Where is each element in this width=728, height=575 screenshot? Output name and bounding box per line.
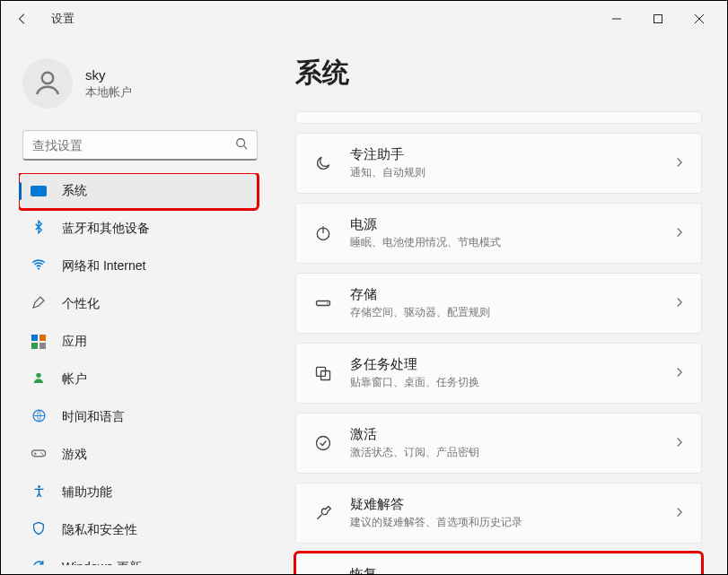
wifi-icon [31,257,47,276]
person-icon [31,370,46,388]
sidebar-item-gaming[interactable]: 游戏 [19,437,258,473]
sidebar-item-label: 帐户 [62,371,87,388]
sidebar-item-time[interactable]: 时间和语言 [19,399,258,435]
option-troubleshoot[interactable]: 疑难解答建议的疑难解答、首选项和历史记录 [295,483,702,544]
chevron-right-icon [674,225,685,241]
power-icon [312,222,334,244]
option-title: 存储 [350,286,658,303]
globe-icon [31,408,47,427]
search-box[interactable] [22,130,258,161]
sidebar-item-update[interactable]: Windows 更新 [19,550,258,565]
accessibility-icon [31,484,47,502]
sidebar-item-accessibility[interactable]: 辅助功能 [19,475,258,510]
page-title: 系统 [295,55,702,91]
card-spacer [295,111,702,124]
search-input[interactable] [32,138,235,152]
account-type: 本地帐户 [85,84,132,100]
minimize-button[interactable] [596,4,637,33]
svg-point-15 [38,485,40,488]
shield-icon [31,521,46,539]
recovery-icon [312,572,334,574]
option-subtitle: 激活状态、订阅、产品密钥 [350,445,658,460]
option-power[interactable]: 电源睡眠、电池使用情况、节电模式 [295,203,702,264]
bluetooth-icon [31,220,46,238]
option-subtitle: 通知、自动规则 [350,165,658,180]
sidebar-item-personalization[interactable]: 个性化 [19,286,258,322]
update-icon [31,559,47,566]
nav: 系统蓝牙和其他设备网络和 Internet个性化应用帐户时间和语言游戏辅助功能隐… [19,173,261,565]
option-subtitle: 存储空间、驱动器、配置规则 [350,305,658,320]
chevron-right-icon [674,295,685,311]
option-multitask[interactable]: 多任务处理贴靠窗口、桌面、任务切换 [295,343,702,404]
gamepad-icon [31,445,47,465]
svg-point-13 [40,452,42,454]
option-title: 电源 [350,216,658,233]
titlebar: 设置 [1,1,727,37]
svg-point-22 [317,437,330,450]
option-moon[interactable]: 专注助手通知、自动规则 [295,133,702,194]
option-title: 激活 [350,426,658,443]
chevron-right-icon [674,505,685,521]
svg-rect-8 [31,343,38,349]
svg-line-4 [244,145,248,149]
user-block[interactable]: sky 本地帐户 [19,51,261,126]
sidebar-item-bluetooth[interactable]: 蓝牙和其他设备 [19,211,258,247]
svg-rect-1 [654,15,662,23]
sidebar-item-label: 蓝牙和其他设备 [62,221,150,237]
brush-icon [31,295,46,313]
sidebar-item-system[interactable]: 系统 [19,173,258,209]
sidebar-item-accounts[interactable]: 帐户 [19,362,258,397]
sidebar-item-label: 应用 [62,334,87,350]
svg-point-2 [42,73,54,84]
option-activation[interactable]: 激活激活状态、订阅、产品密钥 [295,413,702,474]
option-subtitle: 建议的疑难解答、首选项和历史记录 [350,515,658,530]
option-title: 疑难解答 [350,496,658,513]
sidebar-item-label: 网络和 Internet [62,258,145,274]
svg-point-10 [36,373,40,378]
sidebar-item-label: 个性化 [62,296,100,312]
sidebar-item-network[interactable]: 网络和 Internet [19,248,258,284]
sidebar-item-label: 辅助功能 [62,484,112,501]
svg-point-19 [327,302,329,304]
svg-rect-6 [31,335,38,341]
option-recovery[interactable]: 恢复重置、高级启动、返回 [295,553,702,574]
sidebar-item-privacy[interactable]: 隐私和安全性 [19,512,258,548]
option-title: 恢复 [350,566,658,574]
moon-icon [312,152,334,174]
system-icon [31,186,47,196]
sidebar-item-label: 时间和语言 [62,409,125,425]
svg-point-3 [237,138,245,146]
svg-point-14 [42,454,44,456]
maximize-button[interactable] [637,4,679,33]
multitask-icon [312,362,334,384]
username: sky [85,67,132,83]
search-icon [235,137,248,153]
chevron-right-icon [674,435,685,451]
sidebar: sky 本地帐户 系统蓝牙和其他设备网络和 Internet个性化应用帐户时间和… [1,37,270,574]
sidebar-item-label: Windows 更新 [62,560,142,565]
troubleshoot-icon [312,502,334,524]
svg-point-5 [38,267,39,269]
close-button[interactable] [679,4,720,33]
svg-rect-7 [39,335,46,341]
sidebar-item-label: 系统 [62,183,87,199]
option-title: 专注助手 [350,146,658,163]
option-storage[interactable]: 存储存储空间、驱动器、配置规则 [295,273,702,334]
sidebar-item-label: 隐私和安全性 [62,522,137,538]
option-subtitle: 贴靠窗口、桌面、任务切换 [350,375,658,390]
sidebar-item-apps[interactable]: 应用 [19,324,258,360]
app-title: 设置 [51,11,75,27]
option-title: 多任务处理 [350,356,658,373]
main-content: 系统 专注助手通知、自动规则电源睡眠、电池使用情况、节电模式存储存储空间、驱动器… [270,37,727,574]
storage-icon [312,292,334,314]
back-button[interactable] [8,4,37,33]
sidebar-item-label: 游戏 [62,447,87,463]
chevron-right-icon [674,365,685,381]
option-subtitle: 睡眠、电池使用情况、节电模式 [350,235,658,250]
activation-icon [312,432,334,454]
apps-icon [31,335,46,349]
chevron-right-icon [674,155,685,171]
svg-rect-9 [39,343,46,349]
avatar [22,58,73,109]
